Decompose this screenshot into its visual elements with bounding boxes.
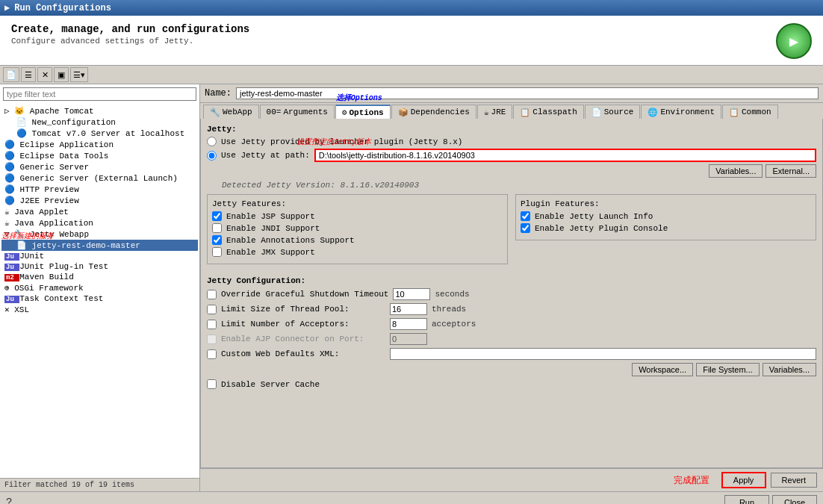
tree-item-maven-build[interactable]: m2 Maven Build [1, 272, 198, 282]
tree-item-tomcat-v7[interactable]: 🔵 Tomcat v7.0 Server at localhost [1, 128, 198, 139]
graceful-shutdown-input[interactable] [393, 288, 430, 300]
enable-plugin-console-check[interactable] [521, 223, 530, 233]
help-icon[interactable]: ? [6, 497, 12, 504]
item-icon: 🔧 [14, 230, 30, 239]
header-area: Create, manage, and run configurations C… [0, 16, 823, 66]
config-variables-button[interactable]: Variables... [763, 363, 816, 376]
tree-item-http-preview[interactable]: 🔵 HTTP Preview [1, 184, 198, 195]
features-section: Jetty Features: Enable JSP Support Enabl… [207, 194, 816, 270]
title-bar: ▶ Run Configurations [0, 0, 823, 16]
jetty-features-box: Jetty Features: Enable JSP Support Enabl… [207, 194, 508, 264]
graceful-shutdown-label: Override Graceful Shutdown Timeout [221, 290, 388, 299]
env-icon: 🌐 [647, 108, 658, 117]
tree-item-eclipse-data[interactable]: 🔵 Eclipse Data Tools [1, 150, 198, 161]
tab-options[interactable]: ⚙ Options 选择Options [335, 105, 391, 119]
workspace-button[interactable]: Workspace... [632, 363, 693, 376]
tree-item-eclipse-app[interactable]: 🔵 Eclipse Application [1, 139, 198, 150]
enable-jsp-check[interactable] [212, 211, 222, 221]
enable-launch-info-label: Enable Jetty Launch Info [535, 212, 653, 221]
tree-item-java-app[interactable]: ☕ Java Application [1, 217, 198, 228]
item-icon: 🐱 [14, 107, 30, 116]
close-button[interactable]: Close [772, 495, 817, 504]
tree-item-junit-plugin[interactable]: Ju JUnit Plug-in Test [1, 261, 198, 272]
enable-annotations-check[interactable] [212, 235, 222, 245]
source-icon: 📄 [591, 108, 602, 117]
bottom-bar: 完成配置 Apply Revert [200, 468, 823, 491]
tab-jre[interactable]: ☕ JRE [477, 105, 512, 119]
options-icon: ⚙ [342, 108, 347, 117]
item-icon: 🔵 [16, 129, 32, 138]
apply-button[interactable]: Apply [721, 472, 766, 488]
tree-item-task-context[interactable]: Ju Task Context Test [1, 293, 198, 304]
tab-webapp[interactable]: 🔧 WebApp [203, 105, 259, 119]
tab-label: Arguments [283, 108, 327, 116]
thread-pool-check[interactable] [207, 305, 217, 314]
tab-label: Common [742, 108, 771, 116]
title-bar-icon: ▶ [4, 2, 10, 13]
menu-button[interactable]: ☰ [21, 67, 36, 82]
ajp-label: Enable AJP Connector on Port: [221, 335, 385, 343]
enable-plugin-console-label: Enable Jetty Plugin Console [535, 224, 668, 233]
graceful-shutdown-check[interactable] [207, 290, 217, 299]
tab-label: Options [349, 108, 383, 117]
use-path-radio[interactable] [207, 151, 217, 161]
use-launcher-row: Use Jetty provided by launcher plugin (J… [207, 137, 816, 146]
thread-pool-label: Limit Size of Thread Pool: [221, 305, 385, 314]
filesystem-button[interactable]: File System... [696, 363, 760, 376]
tree-item-java-applet[interactable]: ☕ Java Applet [1, 206, 198, 217]
tree-item-jetty-webapp[interactable]: ▽ 🔧 Jetty Webapp [1, 228, 198, 240]
enable-launch-info-row: Enable Jetty Launch Info [521, 211, 811, 221]
jetty-path-input[interactable] [314, 149, 816, 162]
tree-item-osgi[interactable]: ⊕ OSGi Framework [1, 282, 198, 293]
left-panel: ▷ 🐱 Apache Tomcat 📄 New_configuration 🔵 … [0, 84, 200, 491]
header-subtitle: Configure advanced settings of Jetty. [11, 37, 249, 46]
new-config-button[interactable]: 📄 [3, 67, 19, 82]
tab-environment[interactable]: 🌐 Environment [641, 105, 721, 119]
tab-dependencies[interactable]: 📦 Dependencies [391, 105, 476, 119]
enable-jndi-check[interactable] [212, 223, 222, 233]
tab-source[interactable]: 📄 Source [585, 105, 641, 119]
item-icon: 🔵 [4, 163, 20, 172]
acceptors-check[interactable] [207, 320, 217, 329]
tree-item-junit[interactable]: Ju JUnit [1, 251, 198, 261]
disable-cache-check[interactable] [207, 379, 217, 389]
use-launcher-radio[interactable] [207, 137, 217, 146]
thread-pool-input[interactable] [390, 303, 427, 315]
enable-jmx-label: Enable JMX Support [226, 248, 315, 257]
enable-launch-info-check[interactable] [521, 211, 530, 221]
enable-jmx-row: Enable JMX Support [212, 247, 503, 257]
ajp-row: Enable AJP Connector on Port: [207, 333, 816, 345]
revert-button[interactable]: Revert [771, 473, 817, 488]
run-icon[interactable]: ▶ [776, 23, 812, 59]
enable-jmx-check[interactable] [212, 247, 222, 257]
filter-input[interactable] [3, 87, 196, 101]
tree-item-generic-server-ext[interactable]: 🔵 Generic Server (External Launch) [1, 172, 198, 184]
tree-item-j2ee-preview[interactable]: 🔵 J2EE Preview [1, 195, 198, 206]
tab-common[interactable]: 📋 Common [722, 105, 778, 119]
status-text: Filter matched 19 of 19 items [4, 481, 134, 489]
jetty-section-label: Jetty: [207, 125, 816, 134]
name-input[interactable] [236, 87, 819, 99]
duplicate-button[interactable]: ▣ [54, 67, 69, 82]
tree-item-xsl[interactable]: ✕ XSL [1, 304, 198, 315]
tree-item-new-config[interactable]: 📄 New_configuration [1, 116, 198, 128]
external-button[interactable]: External... [765, 164, 816, 178]
tree-item-generic-server[interactable]: 🔵 Generic Server [1, 161, 198, 172]
run-button[interactable]: Run [724, 495, 769, 504]
tab-arguments[interactable]: 00= Arguments [260, 105, 335, 119]
acceptors-input[interactable] [390, 318, 427, 330]
disable-cache-row: Disable Server Cache [207, 379, 816, 389]
tree-item-jetty-rest-demo[interactable]: 📄 jetty-rest-demo-master 选择新建的服务 [1, 240, 198, 251]
tree-item-apache-tomcat[interactable]: ▷ 🐱 Apache Tomcat [1, 105, 198, 116]
variables-button[interactable]: Variables... [709, 164, 763, 178]
item-icon: 🔵 [4, 140, 20, 149]
item-icon: Ju [4, 296, 19, 303]
web-defaults-check[interactable] [207, 349, 217, 359]
tab-classpath[interactable]: 📋 Classpath [513, 105, 583, 119]
tab-label: Source [604, 108, 634, 116]
more-button[interactable]: ☰▾ [70, 67, 88, 82]
delete-button[interactable]: ✕ [37, 67, 52, 82]
disable-cache-label: Disable Server Cache [221, 380, 320, 389]
use-path-label: Use Jetty at path: [221, 151, 310, 160]
web-defaults-input[interactable] [390, 348, 816, 360]
